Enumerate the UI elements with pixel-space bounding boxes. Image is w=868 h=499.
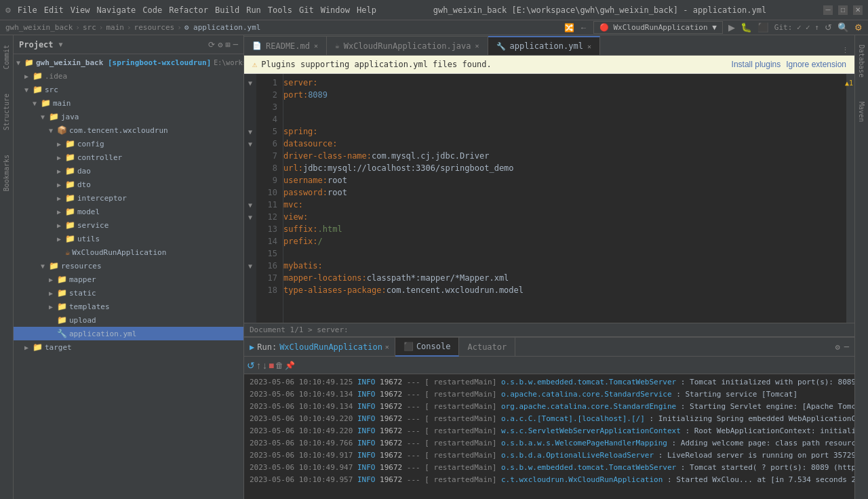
breadcrumb-item[interactable]: main — [106, 23, 124, 32]
scroll-down-button[interactable]: ↓ — [262, 360, 267, 371]
stop-run-button[interactable]: ■ — [269, 360, 274, 371]
console-tab[interactable]: ⬛Console — [395, 338, 460, 357]
tree-item-config[interactable]: ▶ 📁 config — [14, 137, 243, 151]
debug-button[interactable]: 🐛 — [741, 22, 752, 33]
code-line-9[interactable]: username: root — [283, 174, 846, 186]
code-editor[interactable]: server: port: 8089 spring: datasource: d… — [283, 74, 846, 323]
left-tab-structure[interactable]: Structure — [1, 89, 12, 134]
tree-item-root[interactable]: ▼ 📁 gwh_weixin_back [springboot-wxcloudr… — [14, 56, 243, 69]
scroll-up-button[interactable]: ↑ — [256, 360, 261, 371]
menu-item-window[interactable]: Window — [321, 5, 350, 15]
tree-item-dao[interactable]: ▶ 📁 dao — [14, 164, 243, 178]
panel-settings-icon[interactable]: ⚙ — [835, 342, 840, 352]
settings-button[interactable]: ⚙ — [854, 22, 863, 33]
minimize-panel-icon[interactable]: ─ — [233, 40, 238, 49]
tree-item-utils[interactable]: ▶ 📁 utils — [14, 232, 243, 245]
chevron-down-icon[interactable]: ▼ — [59, 41, 63, 48]
code-line-5[interactable]: spring: — [283, 125, 846, 138]
sync-icon[interactable]: ⟳ — [208, 40, 215, 49]
menu-item-view[interactable]: View — [71, 5, 90, 15]
tab-close-icon[interactable]: ✕ — [475, 42, 479, 49]
tab-application-yml[interactable]: 🔧 application.yml ✕ — [488, 36, 600, 55]
stop-button[interactable]: ⬛ — [757, 22, 769, 33]
code-line-2[interactable]: port: 8089 — [283, 89, 846, 101]
menu-bar[interactable]: FileEditViewNavigateCodeRefactorBuildRun… — [18, 5, 376, 15]
code-line-7[interactable]: driver-class-name: com.mysql.cj.jdbc.Dri… — [283, 150, 846, 162]
tree-item-dto[interactable]: ▶ 📁 dto — [14, 178, 243, 191]
right-tab-database[interactable]: Database — [856, 41, 867, 81]
code-line-3[interactable] — [283, 101, 846, 113]
breadcrumb-item[interactable]: gwh_weixin_back — [5, 23, 73, 32]
tree-item-static[interactable]: ▶ 📁 static — [14, 286, 243, 300]
tree-item-mapper[interactable]: ▶ 📁 mapper — [14, 273, 243, 286]
tab-close-icon[interactable]: ✕ — [587, 43, 591, 50]
run-close-icon[interactable]: ✕ — [385, 343, 389, 351]
tab-readme[interactable]: 📄 README.md ✕ — [244, 36, 327, 55]
breadcrumb-item[interactable]: src — [83, 23, 96, 32]
code-line-8[interactable]: url: jdbc:mysql://localhost:3306/springb… — [283, 162, 846, 174]
menu-item-help[interactable]: Help — [357, 5, 376, 15]
breadcrumb-item[interactable]: ⚙ application.yml — [184, 23, 261, 32]
code-line-12[interactable]: view: — [283, 211, 846, 223]
panel-minimize-icon[interactable]: ─ — [844, 342, 849, 352]
code-line-14[interactable]: prefix: / — [283, 235, 846, 247]
tree-item-target[interactable]: ▶ 📁 target — [14, 340, 243, 354]
maximize-button[interactable]: □ — [838, 5, 848, 15]
tree-item-java[interactable]: ▼ 📁 java — [14, 110, 243, 123]
tab-options-icon[interactable]: ⋮ — [842, 46, 849, 55]
code-line-11[interactable]: mvc: — [283, 199, 846, 211]
tree-item-service[interactable]: ▶ 📁 service — [14, 218, 243, 232]
code-line-6[interactable]: datasource: — [283, 138, 846, 150]
tree-item-controller[interactable]: ▶ 📁 controller — [14, 151, 243, 164]
menu-item-build[interactable]: Build — [215, 5, 239, 15]
breadcrumb-item[interactable]: resources — [134, 23, 175, 32]
menu-item-navigate[interactable]: Navigate — [97, 5, 136, 15]
tree-item-idea[interactable]: ▶ 📁 .idea — [14, 69, 243, 83]
tree-item-main-class[interactable]: ☕ WxCloudRunApplication — [14, 245, 243, 259]
code-line-1[interactable]: server: — [283, 77, 846, 89]
navigate-back-button[interactable]: ← — [580, 23, 588, 33]
rerun-button[interactable]: ↺ — [247, 360, 255, 371]
code-line-15[interactable] — [283, 247, 846, 260]
menu-item-edit[interactable]: Edit — [44, 5, 64, 15]
tree-item-upload[interactable]: 📁 upload — [14, 313, 243, 327]
clear-button[interactable]: 🗑 — [275, 361, 283, 370]
code-line-17[interactable]: mapper-locations: classpath*:mapper/*Map… — [283, 272, 846, 284]
branch-dropdown[interactable]: 🔴 WxCloudRunApplication ▼ — [593, 21, 723, 34]
tree-item-resources[interactable]: ▼ 📁 resources — [14, 259, 243, 273]
tab-close-icon[interactable]: ✕ — [314, 42, 318, 49]
install-plugins-button[interactable]: Install plugins — [732, 60, 781, 69]
actuator-tab[interactable]: Actuator — [459, 338, 515, 357]
tree-item-application-yml[interactable]: 🔧 application.yml — [14, 327, 243, 340]
menu-item-tools[interactable]: Tools — [268, 5, 292, 15]
close-button[interactable]: ✕ — [853, 5, 863, 15]
layout-icon[interactable]: ⊞ — [226, 40, 231, 49]
menu-item-file[interactable]: File — [18, 5, 37, 15]
tree-item-model[interactable]: ▶ 📁 model — [14, 205, 243, 218]
right-tab-maven[interactable]: Maven — [856, 98, 867, 126]
code-line-10[interactable]: password: root — [283, 186, 846, 199]
menu-item-code[interactable]: Code — [142, 5, 162, 15]
menu-item-run[interactable]: Run — [246, 5, 261, 15]
code-line-18[interactable]: type-aliases-package: com.tencent.wxclou… — [283, 284, 846, 296]
minimize-button[interactable]: ─ — [823, 5, 833, 15]
left-tab-commit[interactable]: Commit — [1, 41, 12, 73]
tree-item-package[interactable]: ▼ 📦 com.tencent.wxcloudrun — [14, 123, 243, 137]
tree-item-src[interactable]: ▼ 📁 src — [14, 83, 243, 96]
pin-button[interactable]: 📌 — [285, 361, 295, 370]
run-button[interactable]: ▶ — [728, 22, 735, 33]
left-tab-bookmarks[interactable]: Bookmarks — [1, 151, 12, 195]
tree-item-interceptor[interactable]: ▶ 📁 interceptor — [14, 191, 243, 205]
gear-icon[interactable]: ⚙ — [218, 40, 222, 49]
tree-item-templates[interactable]: ▶ 📁 templates — [14, 300, 243, 313]
tab-main-class[interactable]: ☕ WxCloudRunApplication.java ✕ — [327, 36, 488, 55]
vcs-button[interactable]: 🔀 — [564, 23, 574, 33]
search-button[interactable]: 🔍 — [837, 22, 849, 33]
menu-item-git[interactable]: Git — [299, 5, 314, 15]
editor-scrollbar[interactable]: ▲1 — [846, 74, 854, 323]
ignore-extension-button[interactable]: Ignore extension — [786, 60, 846, 69]
code-line-4[interactable] — [283, 113, 846, 125]
tree-item-main[interactable]: ▼ 📁 main — [14, 96, 243, 110]
menu-item-refactor[interactable]: Refactor — [169, 5, 208, 15]
refresh-button[interactable]: ↺ — [825, 22, 832, 33]
